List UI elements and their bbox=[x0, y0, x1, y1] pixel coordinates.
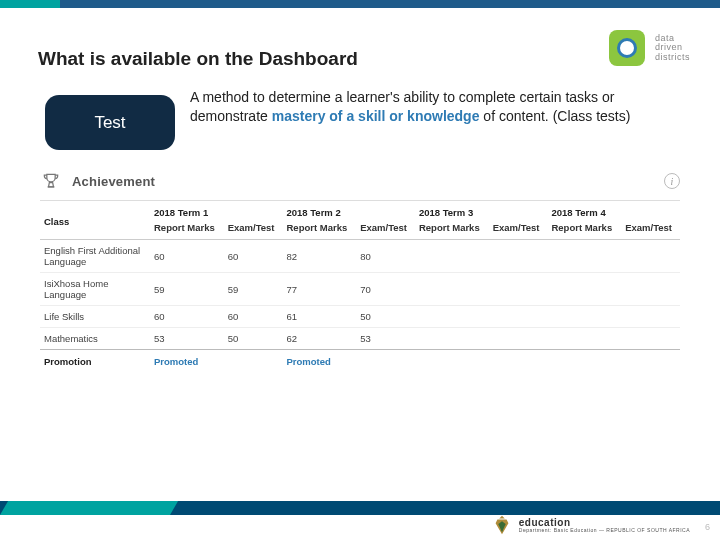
promotion-cell bbox=[356, 350, 415, 373]
cell bbox=[415, 240, 489, 273]
cell bbox=[415, 273, 489, 306]
cell: 53 bbox=[356, 328, 415, 350]
cell: 70 bbox=[356, 273, 415, 306]
table-header-row-terms: Class 2018 Term 1 2018 Term 2 2018 Term … bbox=[40, 201, 680, 222]
definition-pill: Test bbox=[45, 95, 175, 150]
cell: 50 bbox=[356, 306, 415, 328]
cell bbox=[415, 328, 489, 350]
sub-exam-3: Exam/Test bbox=[489, 222, 548, 240]
cell: 60 bbox=[150, 240, 224, 273]
sub-exam-4: Exam/Test bbox=[621, 222, 680, 240]
cell bbox=[489, 306, 548, 328]
sub-report-3: Report Marks bbox=[415, 222, 489, 240]
table-head: Class 2018 Term 1 2018 Term 2 2018 Term … bbox=[40, 201, 680, 240]
cell: 59 bbox=[224, 273, 283, 306]
cell: 60 bbox=[224, 240, 283, 273]
cell bbox=[489, 328, 548, 350]
cell: 77 bbox=[282, 273, 356, 306]
trophy-icon bbox=[40, 170, 62, 192]
table-row: Mathematics 53 50 62 53 bbox=[40, 328, 680, 350]
cell-class: English First Additional Language bbox=[40, 240, 150, 273]
slide: What is available on the Dashboard data … bbox=[0, 0, 720, 540]
promotion-row: Promotion Promoted Promoted bbox=[40, 350, 680, 373]
cell: 53 bbox=[150, 328, 224, 350]
panel-title: Achievement bbox=[72, 174, 155, 189]
cell-class: IsiXhosa Home Language bbox=[40, 273, 150, 306]
table-row: Life Skills 60 60 61 50 bbox=[40, 306, 680, 328]
definition-pill-label: Test bbox=[94, 113, 125, 133]
top-accent-bar bbox=[0, 0, 720, 8]
cell: 59 bbox=[150, 273, 224, 306]
education-subtitle: Department: Basic Education — REPUBLIC O… bbox=[519, 528, 690, 533]
cell bbox=[621, 306, 680, 328]
promotion-cell: Promoted bbox=[150, 350, 224, 373]
promotion-cell: Promoted bbox=[282, 350, 356, 373]
education-text: education Department: Basic Education — … bbox=[519, 518, 690, 533]
cell-class: Life Skills bbox=[40, 306, 150, 328]
brand-logo-inner bbox=[617, 38, 637, 58]
slide-footer: education Department: Basic Education — … bbox=[0, 480, 720, 540]
cell bbox=[547, 240, 621, 273]
sub-exam-2: Exam/Test bbox=[356, 222, 415, 240]
cell: 60 bbox=[150, 306, 224, 328]
col-term-3: 2018 Term 3 bbox=[415, 201, 547, 222]
coat-of-arms-icon bbox=[491, 514, 513, 536]
promotion-label: Promotion bbox=[40, 350, 150, 373]
cell: 60 bbox=[224, 306, 283, 328]
cell bbox=[415, 306, 489, 328]
cell bbox=[547, 273, 621, 306]
brand-logo: data driven districts bbox=[609, 30, 690, 66]
panel-header: Achievement i bbox=[40, 168, 680, 201]
promotion-cell bbox=[415, 350, 489, 373]
education-title: education bbox=[519, 518, 690, 528]
brand-logo-text: data driven districts bbox=[655, 34, 690, 62]
definition-text-after: of content. (Class tests) bbox=[479, 108, 630, 124]
page-number: 6 bbox=[705, 522, 710, 532]
cell bbox=[547, 306, 621, 328]
table-body: English First Additional Language 60 60 … bbox=[40, 240, 680, 350]
footer-bar-teal bbox=[0, 501, 178, 515]
cell bbox=[547, 328, 621, 350]
sub-report-1: Report Marks bbox=[150, 222, 224, 240]
sub-exam-1: Exam/Test bbox=[224, 222, 283, 240]
table-row: English First Additional Language 60 60 … bbox=[40, 240, 680, 273]
cell: 82 bbox=[282, 240, 356, 273]
col-term-4: 2018 Term 4 bbox=[547, 201, 680, 222]
promotion-cell bbox=[547, 350, 621, 373]
cell: 62 bbox=[282, 328, 356, 350]
cell: 61 bbox=[282, 306, 356, 328]
col-term-1: 2018 Term 1 bbox=[150, 201, 282, 222]
cell bbox=[489, 240, 548, 273]
table-foot: Promotion Promoted Promoted bbox=[40, 350, 680, 373]
page-title: What is available on the Dashboard bbox=[38, 48, 358, 70]
sub-report-4: Report Marks bbox=[547, 222, 621, 240]
achievement-table: Class 2018 Term 1 2018 Term 2 2018 Term … bbox=[40, 201, 680, 372]
achievement-panel: Achievement i Class 2018 Term 1 2018 Ter… bbox=[40, 168, 680, 372]
table-row: IsiXhosa Home Language 59 59 77 70 bbox=[40, 273, 680, 306]
info-icon[interactable]: i bbox=[664, 173, 680, 189]
col-class: Class bbox=[40, 201, 150, 240]
cell: 50 bbox=[224, 328, 283, 350]
promotion-cell bbox=[621, 350, 680, 373]
cell-class: Mathematics bbox=[40, 328, 150, 350]
top-accent-teal bbox=[0, 0, 60, 8]
education-logo: education Department: Basic Education — … bbox=[491, 514, 690, 536]
cell bbox=[489, 273, 548, 306]
brand-logo-mark bbox=[609, 30, 645, 66]
definition-text-emph: mastery of a skill or knowledge bbox=[272, 108, 480, 124]
sub-report-2: Report Marks bbox=[282, 222, 356, 240]
cell bbox=[621, 273, 680, 306]
col-term-2: 2018 Term 2 bbox=[282, 201, 414, 222]
brand-logo-line3: districts bbox=[655, 53, 690, 62]
promotion-cell bbox=[489, 350, 548, 373]
promotion-cell bbox=[224, 350, 283, 373]
cell bbox=[621, 240, 680, 273]
cell bbox=[621, 328, 680, 350]
definition-text: A method to determine a learner's abilit… bbox=[190, 88, 640, 126]
cell: 80 bbox=[356, 240, 415, 273]
